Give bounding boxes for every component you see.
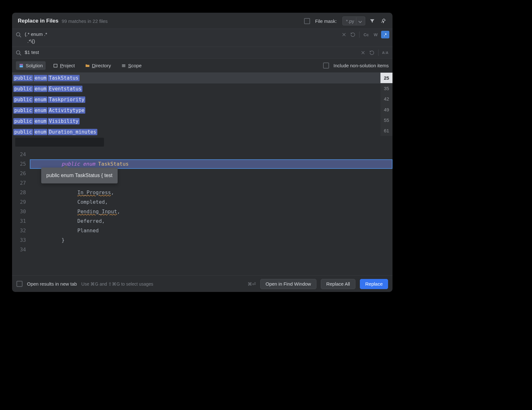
code-line: Completed, bbox=[30, 197, 393, 207]
preserve-case-toggle[interactable]: A͛A bbox=[381, 49, 389, 56]
open-results-checkbox[interactable] bbox=[16, 281, 23, 287]
filemask-value: *.py bbox=[346, 18, 354, 24]
open-find-window-button[interactable]: Open in Find Window bbox=[260, 279, 316, 289]
scope-row: Solution Project Directory Scope Include… bbox=[12, 58, 393, 72]
filemask-checkbox[interactable] bbox=[304, 18, 310, 24]
clear-search-icon[interactable] bbox=[340, 31, 348, 38]
file-path bbox=[15, 138, 104, 147]
replace-in-files-dialog: Replace in Files 99 matches in 22 files … bbox=[12, 13, 393, 292]
svg-rect-2 bbox=[54, 64, 57, 67]
svg-point-0 bbox=[16, 33, 20, 36]
scope-project[interactable]: Project bbox=[50, 61, 78, 70]
chevron-down-icon bbox=[356, 17, 363, 24]
replace-row: $1 test A͛A bbox=[12, 47, 393, 58]
result-row[interactable]: publicenumEventstatus bbox=[12, 83, 380, 94]
code-line: Pending_Input, bbox=[30, 207, 393, 216]
replace-button[interactable]: Replace bbox=[360, 279, 388, 289]
history-icon[interactable] bbox=[349, 31, 357, 38]
results-list[interactable]: publicenumTaskStatuspublicenumEventstatu… bbox=[12, 73, 380, 136]
code-line bbox=[30, 150, 393, 159]
regex-toggle[interactable]: .* bbox=[381, 31, 389, 38]
result-line-number: 25 bbox=[380, 73, 393, 83]
dialog-title: Replace in Files bbox=[18, 18, 59, 24]
result-line-number: 49 bbox=[380, 104, 393, 115]
match-case-toggle[interactable]: Cc bbox=[362, 31, 370, 38]
replace-history-icon[interactable] bbox=[368, 49, 376, 56]
search-icon bbox=[15, 31, 22, 38]
editor-gutter: 2425262728293031323334 bbox=[12, 149, 30, 275]
results-gutter: 253542495561 bbox=[380, 73, 393, 136]
replace-input[interactable]: $1 test bbox=[25, 49, 357, 56]
results-panel: publicenumTaskStatuspublicenumEventstatu… bbox=[12, 72, 393, 136]
open-results-label: Open results in new tab bbox=[27, 281, 77, 287]
file-path-row bbox=[12, 136, 393, 149]
clear-replace-icon[interactable] bbox=[359, 49, 367, 56]
filemask-label: File mask: bbox=[315, 18, 337, 24]
result-line-number: 35 bbox=[380, 83, 393, 94]
shortcut-hint: ⌘⏎ bbox=[248, 281, 256, 287]
code-line: Deferred, bbox=[30, 216, 393, 226]
pin-icon[interactable] bbox=[379, 17, 387, 25]
result-line-number: 61 bbox=[380, 125, 393, 136]
dialog-footer: Open results in new tab Use ⌘G and ⇧⌘G t… bbox=[12, 275, 393, 292]
result-row[interactable]: publicenumActivitytype bbox=[12, 105, 380, 116]
result-row[interactable]: publicenumTaskpriority bbox=[12, 94, 380, 105]
result-row[interactable]: publicenumVisibility bbox=[12, 116, 380, 127]
usage-hint: Use ⌘G and ⇧⌘G to select usages bbox=[81, 281, 153, 287]
code-line bbox=[30, 245, 393, 255]
scope-solution[interactable]: Solution bbox=[16, 61, 46, 70]
search-icon bbox=[15, 50, 22, 56]
result-row[interactable]: publicenumTaskStatus bbox=[12, 73, 380, 83]
search-input[interactable]: (.* enum .* .*\{) bbox=[25, 31, 338, 45]
scope-directory[interactable]: Directory bbox=[82, 61, 114, 70]
filter-icon[interactable] bbox=[368, 17, 376, 25]
preview-editor[interactable]: 2425262728293031323334 public enum TaskS… bbox=[12, 149, 393, 275]
result-row[interactable]: publicenumDuration_minutes bbox=[12, 127, 380, 136]
result-line-number: 55 bbox=[380, 115, 393, 125]
editor-code: public enum TaskStatus { test public enu… bbox=[30, 149, 393, 275]
code-line: In_Progress, bbox=[30, 188, 393, 197]
replacement-tooltip: public enum TaskStatus { test bbox=[41, 168, 118, 183]
include-nonsolution-label: Include non-solution items bbox=[334, 63, 389, 68]
scope-scope[interactable]: Scope bbox=[118, 61, 145, 70]
search-row: (.* enum .* .*\{) Cc W .* bbox=[12, 29, 393, 47]
whole-word-toggle[interactable]: W bbox=[372, 31, 380, 38]
result-line-number: 42 bbox=[380, 94, 393, 104]
dialog-header: Replace in Files 99 matches in 22 files … bbox=[12, 13, 393, 29]
include-nonsolution-checkbox[interactable] bbox=[323, 63, 329, 69]
code-line: } bbox=[30, 235, 393, 245]
replace-all-button[interactable]: Replace All bbox=[321, 279, 355, 289]
svg-point-1 bbox=[16, 51, 20, 54]
filemask-select[interactable]: *.py bbox=[342, 17, 365, 25]
match-summary: 99 matches in 22 files bbox=[62, 18, 108, 24]
code-line: Planned bbox=[30, 226, 393, 235]
